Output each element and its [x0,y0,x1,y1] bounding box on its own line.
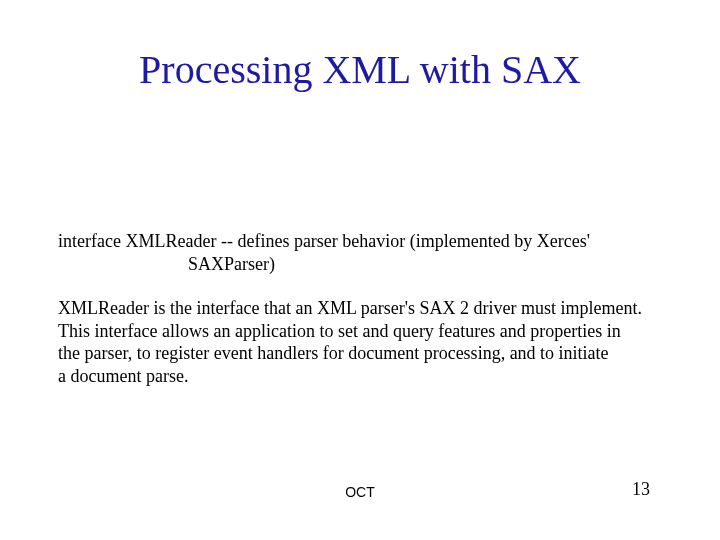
paragraph-line-1: XMLReader is the interface that an XML p… [58,297,672,320]
slide-title: Processing XML with SAX [0,46,720,93]
page-number: 13 [632,479,650,500]
slide-body: interface XMLReader -- defines parser be… [58,230,672,387]
slide: Processing XML with SAX interface XMLRea… [0,0,720,540]
paragraph-line-2: This interface allows an application to … [58,320,672,343]
definition-line-2: SAXParser) [58,253,672,276]
footer-center-label: OCT [0,484,720,500]
paragraph-line-3: the parser, to register event handlers f… [58,342,672,365]
paragraph-line-4: a document parse. [58,365,672,388]
definition-line-1: interface XMLReader -- defines parser be… [58,230,672,253]
